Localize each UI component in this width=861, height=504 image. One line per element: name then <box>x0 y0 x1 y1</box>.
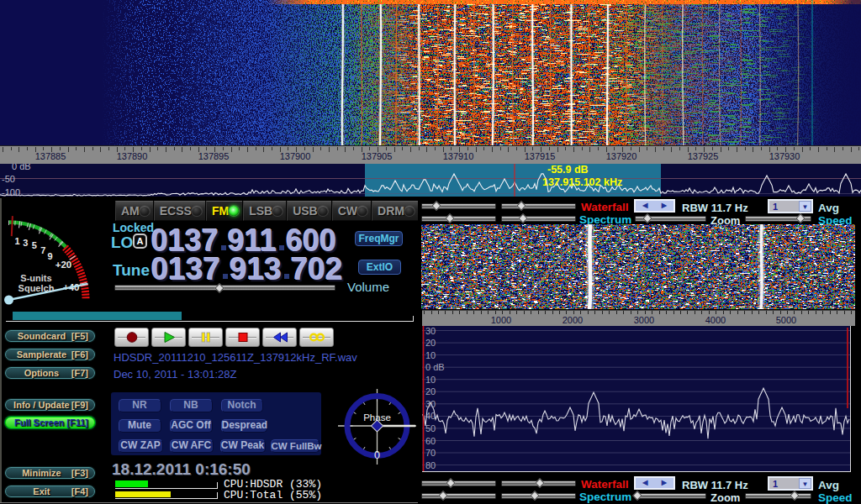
svg-text:30: 30 <box>425 326 436 336</box>
svg-text:3: 3 <box>23 238 28 248</box>
svg-text:Phase: Phase <box>363 412 391 423</box>
svg-text:-100: -100 <box>2 187 20 197</box>
svg-text:30: 30 <box>425 399 436 409</box>
svg-text:70: 70 <box>425 448 436 458</box>
svg-text:1: 1 <box>14 236 19 246</box>
svg-text:137.915.102 kHz: 137.915.102 kHz <box>542 176 622 188</box>
svg-text:60: 60 <box>425 436 436 446</box>
svg-text:+20: +20 <box>55 260 72 270</box>
svg-text:-55.9 dB: -55.9 dB <box>547 164 589 176</box>
svg-text:5: 5 <box>32 240 37 250</box>
svg-text:S-units: S-units <box>20 273 51 283</box>
svg-text:0 dB: 0 dB <box>12 164 31 171</box>
svg-text:Squelch: Squelch <box>18 283 55 293</box>
svg-text:0: 0 <box>374 449 380 461</box>
svg-text:80: 80 <box>425 460 436 470</box>
svg-text:10: 10 <box>425 375 436 385</box>
svg-text:20: 20 <box>425 386 436 396</box>
svg-text:10: 10 <box>425 350 436 360</box>
svg-text:20: 20 <box>425 338 436 348</box>
svg-text:50: 50 <box>425 423 436 433</box>
svg-text:9: 9 <box>48 251 53 261</box>
svg-text:7: 7 <box>40 245 45 255</box>
svg-text:40: 40 <box>425 411 436 421</box>
svg-text:0 dB: 0 dB <box>425 362 445 372</box>
svg-text:-50: -50 <box>2 174 15 184</box>
